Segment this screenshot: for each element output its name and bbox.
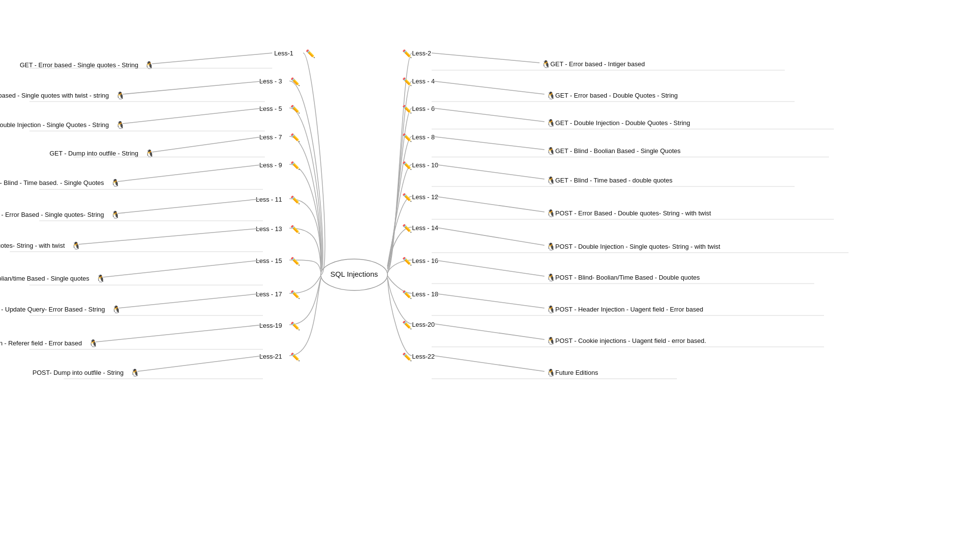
svg-text:✏️: ✏️ <box>402 133 412 142</box>
svg-text:✏️: ✏️ <box>290 290 300 299</box>
less21-desc[interactable]: POST- Dump into outfile - String <box>32 369 124 376</box>
svg-text:✏️: ✏️ <box>402 77 412 86</box>
less8-desc[interactable]: GET - Blind - Boolian Based - Single Quo… <box>555 147 681 155</box>
less16-tux: 🐧 <box>546 273 556 282</box>
less20-desc[interactable]: POST - Cookie injections - Uagent field … <box>555 337 706 344</box>
less4-desc[interactable]: GET - Error based - Double Quotes - Stri… <box>555 92 678 99</box>
less20-tux: 🐧 <box>546 337 556 345</box>
svg-line-13 <box>78 228 263 244</box>
svg-line-5 <box>123 108 265 124</box>
svg-text:✏️: ✏️ <box>402 104 412 114</box>
svg-text:✏️: ✏️ <box>290 161 300 170</box>
less19-label: Less-19 <box>259 322 282 329</box>
less4-tux: 🐧 <box>546 91 556 100</box>
svg-line-25 <box>432 81 544 94</box>
svg-line-35 <box>434 227 544 245</box>
less21-tux: 🐧 <box>130 368 140 377</box>
svg-line-29 <box>432 136 544 150</box>
less10-label: Less - 10 <box>412 161 438 169</box>
less9-desc[interactable]: GET - Blind - Time based. - Single Quote… <box>0 179 104 186</box>
svg-text:✏️: ✏️ <box>290 225 300 234</box>
less2-tux: 🐧 <box>542 60 551 69</box>
less7-label: Less - 7 <box>259 133 282 141</box>
less19-tux: 🐧 <box>89 339 98 348</box>
less12-label: Less - 12 <box>412 193 438 201</box>
svg-line-7 <box>152 136 265 152</box>
less22-tux: 🐧 <box>546 368 556 377</box>
less17-desc[interactable]: POST - Update Query- Error Based - Strin… <box>0 306 105 313</box>
svg-line-15 <box>103 260 263 277</box>
svg-text:✏️: ✏️ <box>402 290 412 299</box>
less5-label: Less - 5 <box>259 105 282 112</box>
svg-text:✏️: ✏️ <box>402 193 412 202</box>
less6-desc[interactable]: GET - Double Injection - Double Quotes -… <box>555 119 690 127</box>
svg-text:✏️: ✏️ <box>402 224 412 233</box>
svg-line-43 <box>434 356 544 371</box>
less7-desc[interactable]: GET - Dump into outfile - String <box>50 150 138 157</box>
svg-line-41 <box>434 324 544 339</box>
less10-desc[interactable]: GET - Blind - Time based - double quotes <box>555 177 672 184</box>
less15-tux: 🐧 <box>96 274 105 283</box>
svg-text:✏️: ✏️ <box>402 352 412 362</box>
less17-label: Less - 17 <box>256 290 282 298</box>
less1-label: Less-1 <box>274 50 293 57</box>
less21-label: Less-21 <box>259 353 282 360</box>
svg-line-33 <box>434 196 544 212</box>
less17-tux: 🐧 <box>112 305 121 314</box>
less2-desc[interactable]: GET - Error based - Intiger based <box>550 60 645 68</box>
svg-text:✏️: ✏️ <box>290 321 300 331</box>
less22-label: Less-22 <box>412 353 435 360</box>
less13-desc[interactable]: POST - Double Injection - Single quotes-… <box>0 242 65 249</box>
less11-label: Less - 11 <box>256 196 282 203</box>
svg-line-31 <box>434 164 544 179</box>
less11-desc[interactable]: POST - Error Based - Single quotes- Stri… <box>0 211 104 218</box>
svg-text:✏️: ✏️ <box>290 104 300 114</box>
svg-text:✏️: ✏️ <box>402 320 412 330</box>
less12-desc[interactable]: POST - Error Based - Double quotes- Stri… <box>555 209 711 217</box>
less18-desc[interactable]: POST - Header Injection - Uagent field -… <box>555 306 703 313</box>
mindmap-svg: SQL Injections ✏️ Less-1 🐧 GET - Error b… <box>0 0 980 548</box>
svg-line-3 <box>123 81 265 94</box>
less15-label: Less - 15 <box>256 257 282 264</box>
svg-text:✏️: ✏️ <box>290 133 300 142</box>
less10-tux: 🐧 <box>546 176 556 185</box>
less6-label: Less - 6 <box>412 105 435 112</box>
less9-label: Less - 9 <box>259 161 282 169</box>
less15-desc[interactable]: POST - Blind- Boolian/time Based - Singl… <box>0 275 89 282</box>
svg-line-11 <box>118 199 263 213</box>
svg-line-27 <box>432 108 544 122</box>
less19-desc[interactable]: POST - Header Injection - Referer field … <box>0 339 82 347</box>
less3-desc[interactable]: GET - Error based - Single quotes with t… <box>0 92 109 99</box>
less12-tux: 🐧 <box>546 209 556 218</box>
less4-label: Less - 4 <box>412 78 435 85</box>
less2-label: Less-2 <box>412 50 431 57</box>
less16-desc[interactable]: POST - Blind- Boolian/Time Based - Doubl… <box>555 274 700 281</box>
svg-line-37 <box>434 260 544 276</box>
less18-tux: 🐧 <box>546 305 556 314</box>
center-label: SQL Injections <box>331 270 378 278</box>
less11-tux: 🐧 <box>111 210 120 219</box>
svg-line-9 <box>118 164 265 182</box>
less5-desc[interactable]: GET - Double Injection - Single Quotes -… <box>0 121 109 129</box>
less20-label: Less-20 <box>412 321 435 328</box>
svg-text:✏️: ✏️ <box>402 49 412 58</box>
svg-text:✏️: ✏️ <box>290 195 300 205</box>
less5-tux: 🐧 <box>116 121 125 130</box>
svg-line-1 <box>152 53 272 64</box>
less14-tux: 🐧 <box>546 242 556 251</box>
less18-label: Less - 18 <box>412 290 438 298</box>
less1-desc[interactable]: GET - Error based - Single quotes - Stri… <box>20 61 138 69</box>
svg-line-23 <box>432 53 540 63</box>
svg-text:✏️: ✏️ <box>402 257 412 266</box>
less8-tux: 🐧 <box>546 147 556 156</box>
less8-label: Less - 8 <box>412 133 435 141</box>
less22-desc[interactable]: Future Editions <box>555 369 598 376</box>
less7-tux: 🐧 <box>145 149 155 158</box>
less14-desc[interactable]: POST - Double Injection - Single quotes-… <box>555 243 721 250</box>
svg-line-39 <box>434 293 544 308</box>
svg-text:✏️: ✏️ <box>290 257 300 266</box>
less6-tux: 🐧 <box>546 119 556 128</box>
less3-tux: 🐧 <box>116 91 125 100</box>
less16-label: Less - 16 <box>412 257 438 264</box>
svg-text:✏️: ✏️ <box>402 161 412 170</box>
